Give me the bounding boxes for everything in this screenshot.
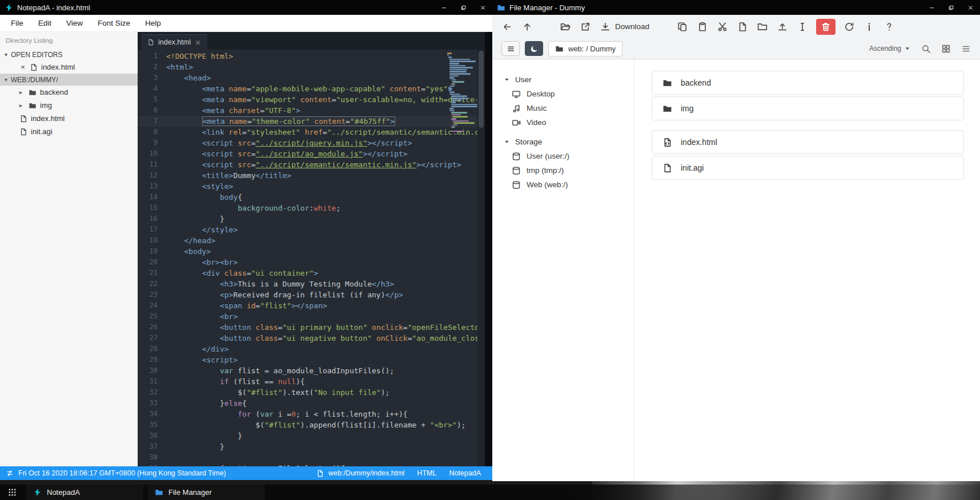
menu-view[interactable]: View bbox=[59, 19, 90, 27]
tree-section-web-dummy[interactable]: ▾WEB:/DUMMY/ bbox=[0, 74, 138, 86]
code-line-4: 4 <meta name="apple-mobile-web-app-capab… bbox=[138, 83, 485, 94]
filemanager-close-button[interactable] bbox=[961, 0, 980, 15]
folder-solid-icon bbox=[662, 78, 672, 88]
file-icon bbox=[662, 163, 672, 173]
rename-button[interactable] bbox=[796, 21, 809, 33]
scrollbar-thumb[interactable] bbox=[479, 51, 484, 128]
fm-sidebar-item-music[interactable]: Music bbox=[504, 101, 634, 115]
notepada-menubar: FileEditViewFont SizeHelp bbox=[0, 15, 492, 32]
taskbar-item-notepada[interactable]: NotepadA bbox=[26, 485, 143, 500]
file-icon bbox=[316, 470, 324, 477]
tree-item-init-agi[interactable]: init.agi bbox=[0, 125, 138, 138]
folder-open-icon bbox=[560, 22, 571, 32]
cut-button[interactable] bbox=[716, 21, 729, 33]
filemanager-titlebar: File Manager - Dummy bbox=[492, 0, 980, 15]
drive-icon bbox=[512, 152, 521, 161]
new-folder-button[interactable] bbox=[756, 21, 769, 33]
help-button[interactable] bbox=[883, 21, 895, 33]
notepada-sidebar: Directory Listing ▾OPEN EDITORS×index.ht… bbox=[0, 32, 138, 466]
tree-section-open-editors[interactable]: ▾OPEN EDITORS bbox=[0, 49, 138, 61]
file-icon bbox=[30, 63, 38, 71]
back-button[interactable] bbox=[501, 21, 513, 33]
tab-index-html[interactable]: index.html bbox=[141, 34, 207, 50]
code-line-39: 39 function openFileSelector(){ bbox=[138, 463, 485, 466]
paste-icon bbox=[697, 22, 708, 32]
fm-sidebar-item-user-user[interactable]: User (user:/) bbox=[504, 149, 634, 163]
file-row-index-html[interactable]: index.html bbox=[652, 130, 964, 154]
info-button[interactable] bbox=[863, 21, 875, 33]
trash-button[interactable] bbox=[816, 19, 836, 35]
notepada-window-title: NotepadA - index.html bbox=[17, 3, 90, 12]
code-line-18: 18 </head> bbox=[138, 235, 485, 246]
notepada-restore-button[interactable] bbox=[453, 0, 473, 15]
code-line-3: 3 <head> bbox=[138, 72, 485, 83]
statusbar-appname: NotepadA bbox=[449, 469, 481, 477]
folder-open-button[interactable] bbox=[559, 21, 572, 33]
external-link-button[interactable] bbox=[579, 21, 592, 33]
external-link-icon bbox=[580, 22, 591, 32]
fm-sidebar-item-tmp-tmp[interactable]: tmp (tmp:/) bbox=[504, 163, 634, 178]
close-icon bbox=[967, 5, 974, 11]
grid-view-icon[interactable] bbox=[941, 44, 951, 54]
tree-item-backend[interactable]: ▸backend bbox=[0, 86, 138, 99]
up-button[interactable] bbox=[521, 21, 533, 33]
file-list: backendimgindex.htmlinit.agi bbox=[634, 59, 980, 481]
refresh-button[interactable] bbox=[843, 21, 856, 33]
code-line-11: 11 <script src="../script/semantic/seman… bbox=[138, 159, 485, 170]
menu-font-size[interactable]: Font Size bbox=[90, 19, 138, 27]
statusbar-language-mode[interactable]: HTML bbox=[417, 469, 436, 477]
menu-edit[interactable]: Edit bbox=[31, 19, 59, 27]
menu-help[interactable]: Help bbox=[138, 19, 168, 27]
taskbar-item-file-manager[interactable]: File Manager bbox=[148, 485, 265, 500]
code-editor[interactable]: 1<!DOCTYPE html>2<html>3 <head>4 <meta n… bbox=[138, 50, 485, 466]
fm-sidebar-item-desktop[interactable]: Desktop bbox=[504, 87, 634, 101]
rename-icon bbox=[797, 22, 808, 32]
fm-section-storage[interactable]: Storage bbox=[504, 134, 634, 149]
drive-icon bbox=[512, 180, 521, 189]
code-line-31: 31 if (flist == null){ bbox=[138, 376, 485, 387]
code-line-10: 10 <script src="../script/ao_module.js">… bbox=[138, 148, 485, 159]
current-path-box[interactable]: web: / Dummy bbox=[548, 41, 622, 57]
list-view-icon[interactable] bbox=[961, 44, 971, 54]
folder-solid-icon bbox=[29, 88, 37, 96]
tree-item-index-html[interactable]: ×index.html bbox=[0, 61, 138, 74]
menu-button[interactable] bbox=[501, 41, 520, 56]
notepada-minimize-button[interactable] bbox=[434, 0, 453, 15]
theme-toggle-button[interactable] bbox=[525, 41, 543, 56]
bolt-logo bbox=[33, 488, 42, 497]
file-row-backend[interactable]: backend bbox=[652, 71, 964, 95]
file-row-init-agi[interactable]: init.agi bbox=[652, 156, 964, 180]
notepada-close-button[interactable] bbox=[473, 0, 492, 15]
editor-scrollbar[interactable] bbox=[477, 50, 485, 466]
tree-item-img[interactable]: ▸img bbox=[0, 99, 138, 112]
tree-item-index-html[interactable]: index.html bbox=[0, 112, 138, 125]
copy-button[interactable] bbox=[676, 21, 689, 33]
paste-button[interactable] bbox=[696, 21, 709, 33]
filemanager-maximize-button[interactable] bbox=[941, 0, 961, 15]
menu-file[interactable]: File bbox=[3, 19, 31, 27]
notepada-statusbar: Fri Oct 16 2020 18:06:17 GMT+0800 (Hong … bbox=[0, 466, 492, 480]
code-line-22: 22 <h3>This is a Dummy Testing Module</h… bbox=[138, 279, 485, 289]
tab-close-icon[interactable] bbox=[195, 39, 201, 46]
download-button[interactable]: Download bbox=[599, 21, 650, 33]
app-launcher-button[interactable] bbox=[3, 485, 21, 500]
fm-section-user[interactable]: User bbox=[504, 72, 634, 87]
new-file-button[interactable] bbox=[736, 21, 749, 33]
filemanager-minimize-button[interactable] bbox=[922, 0, 941, 15]
code-line-17: 17 </style> bbox=[138, 224, 485, 235]
fm-sidebar-item-web-web[interactable]: Web (web:/) bbox=[504, 178, 634, 192]
folder-icon bbox=[555, 45, 564, 53]
upload-button[interactable] bbox=[776, 21, 789, 33]
sort-order-dropdown[interactable]: Ascending bbox=[869, 45, 911, 53]
file-row-img[interactable]: img bbox=[652, 96, 964, 120]
new-file-icon bbox=[737, 22, 748, 32]
code-line-1: 1<!DOCTYPE html> bbox=[138, 51, 485, 62]
copy-icon bbox=[677, 22, 688, 32]
close-icon[interactable]: × bbox=[19, 63, 26, 71]
trash-icon bbox=[821, 22, 831, 32]
filemanager-toolbar: Download bbox=[492, 15, 980, 38]
fm-sidebar-item-video[interactable]: Video bbox=[504, 115, 634, 130]
file-icon bbox=[147, 39, 154, 46]
code-line-36: 36 } bbox=[138, 430, 485, 441]
search-icon[interactable] bbox=[921, 44, 931, 54]
